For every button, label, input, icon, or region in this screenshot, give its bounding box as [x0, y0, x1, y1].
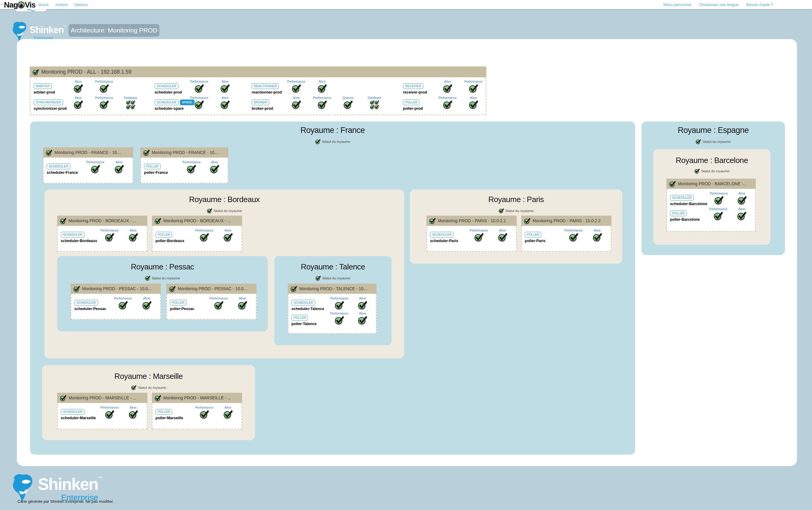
ok-check-icon[interactable] [129, 233, 138, 242]
monitoring-box-header[interactable]: Monitoring PROD - PARIS - 10.0.2.1 [427, 216, 517, 226]
shinken-ninja-icon [11, 469, 35, 503]
database-checks-icon[interactable] [126, 100, 135, 109]
ok-check-icon[interactable] [224, 410, 232, 419]
ok-check-icon[interactable] [358, 301, 367, 310]
daemon-name: poller-France [144, 171, 168, 175]
daemon-name: poller-Pessac [170, 307, 194, 311]
ok-check-icon[interactable] [224, 233, 232, 242]
ok-check-icon[interactable] [714, 211, 723, 220]
main-menu: Ouvrir Actions Options [38, 0, 88, 9]
menu-aide[interactable]: Besoin d'aide ? [747, 2, 773, 7]
ok-check-icon[interactable] [99, 84, 109, 93]
monitoring-box-header[interactable]: Monitoring PROD - BORDEAUX - ... [57, 216, 147, 226]
ok-check-icon[interactable] [469, 100, 478, 109]
ok-check-icon[interactable] [443, 84, 452, 93]
menu-options[interactable]: Options [74, 2, 88, 7]
role-badge: POLLER [670, 210, 687, 216]
monitoring-box-header[interactable]: Monitoring PROD - FRANCE - 10.... [140, 147, 228, 157]
realm-status: Statut du royaume [57, 275, 268, 280]
ok-check-icon[interactable] [221, 84, 229, 93]
ok-check-icon[interactable] [318, 100, 327, 109]
ok-check-icon[interactable] [105, 233, 114, 242]
ok-check-icon[interactable] [131, 385, 136, 390]
role-badge: SYNCHRONIZER [34, 99, 63, 105]
monitoring-box-marseille-2: Monitoring PROD - MARSEILLE - ... POLLER… [152, 393, 242, 429]
ok-check-icon[interactable] [195, 84, 204, 93]
ok-check-icon[interactable] [142, 301, 151, 310]
ok-check-icon[interactable] [469, 84, 478, 93]
monitoring-box-header[interactable]: Monitoring PROD - MARSEILLE - ... [152, 393, 242, 403]
monitoring-box-header[interactable]: Monitoring PROD - PESSAC - 10.0... [71, 283, 161, 294]
ok-check-icon[interactable] [210, 164, 219, 174]
daemon-entry: POLLER poller-Barcelone Performance Aliv… [667, 206, 755, 221]
daemon-entry: ARBITER arbiter-prod Alive Performance [34, 80, 117, 94]
ok-check-icon[interactable] [358, 316, 367, 325]
map-title-badge: Architecture: Monitoring PROD [68, 24, 160, 37]
ok-check-icon[interactable] [200, 233, 209, 242]
menu-ouvrir[interactable]: Ouvrir [38, 2, 49, 7]
ok-check-icon[interactable] [292, 100, 301, 109]
ok-check-icon[interactable] [200, 410, 209, 419]
monitoring-box-header[interactable]: Monitoring PROD - PESSAC - 10.0... [166, 283, 257, 294]
ok-check-icon[interactable] [74, 84, 83, 93]
monitoring-box-header[interactable]: Monitoring PROD - BORDEAUX - ... [152, 216, 242, 226]
realm-status: Statut du royaume [274, 275, 392, 280]
realm-title: Royaume : Marseille [42, 372, 255, 381]
realm-pessac: Royaume : Pessac Statut du royaume Monit… [57, 256, 268, 331]
ok-check-icon[interactable] [737, 196, 747, 205]
ok-check-icon[interactable] [343, 100, 352, 109]
ok-check-icon[interactable] [443, 100, 452, 109]
ok-check-icon[interactable] [187, 164, 196, 174]
ok-check-icon[interactable] [474, 233, 483, 242]
ok-check-icon[interactable] [499, 208, 504, 213]
database-checks-icon[interactable] [370, 100, 379, 109]
role-badge: POLLER [525, 232, 541, 238]
ok-check-icon[interactable] [129, 410, 138, 419]
ok-check-icon[interactable] [105, 410, 114, 419]
daemon-entry: SCHEDULER SPARE scheduler-spare Performa… [154, 96, 238, 111]
monitoring-box-header[interactable]: Monitoring PROD - BARCELONE -... [666, 179, 756, 189]
monitoring-box-pessac-2: Monitoring PROD - PESSAC - 10.0... POLLE… [166, 283, 257, 320]
monitoring-box-all: Monitoring PROD - ALL - 192.168.1.59 ARB… [30, 66, 486, 115]
menu-actions[interactable]: Actions [55, 2, 68, 7]
ok-check-icon[interactable] [145, 275, 150, 280]
ok-check-icon[interactable] [694, 169, 699, 174]
ok-check-icon[interactable] [214, 301, 223, 310]
ok-check-icon[interactable] [195, 100, 204, 109]
role-badge: SCHEDULER [61, 409, 85, 415]
nagvis-logo[interactable]: Nag Vis [4, 0, 35, 10]
ok-check-icon[interactable] [569, 233, 578, 242]
monitoring-box-header[interactable]: Monitoring PROD - FRANCE - 10.... [43, 147, 133, 157]
monitoring-box-header[interactable]: Monitoring PROD - PARIS - 10.0.2.2 [521, 216, 611, 226]
ok-check-icon[interactable] [593, 233, 602, 242]
ok-check-icon[interactable] [74, 100, 83, 109]
menu-personnel[interactable]: Menu personnel [663, 2, 691, 7]
ok-check-icon[interactable] [335, 316, 344, 325]
sidebar-collapse-arrow[interactable]: < [1, 2, 3, 7]
ok-check-icon[interactable] [737, 211, 746, 220]
realm-status: Statut du royaume [653, 169, 771, 174]
ok-check-icon[interactable] [99, 100, 109, 109]
monitoring-box-talence: Monitoring PROD - TALENCE - 10... SCHEDU… [288, 283, 377, 334]
role-badge: POLLER [403, 99, 419, 105]
ok-check-icon[interactable] [118, 301, 127, 310]
realm-title: Royaume : Paris [410, 195, 622, 204]
ok-check-icon[interactable] [115, 164, 124, 174]
monitoring-box-header[interactable]: Monitoring PROD - ALL - 192.168.1.59 [30, 66, 486, 77]
ok-check-icon[interactable] [238, 301, 247, 310]
ok-check-icon[interactable] [91, 164, 100, 174]
ok-check-icon[interactable] [714, 196, 723, 205]
ok-check-icon[interactable] [335, 301, 344, 310]
ok-check-icon[interactable] [292, 84, 301, 93]
ok-check-icon[interactable] [498, 233, 507, 242]
monitoring-box-header[interactable]: Monitoring PROD - MARSEILLE - ... [57, 393, 147, 403]
daemon-name: poller-Marseille [155, 416, 183, 420]
ok-check-icon[interactable] [696, 139, 701, 144]
ok-check-icon[interactable] [207, 208, 212, 213]
ok-check-icon[interactable] [316, 275, 321, 280]
ok-check-icon[interactable] [318, 84, 327, 93]
monitoring-box-header[interactable]: Monitoring PROD - TALENCE - 10... [288, 283, 377, 294]
ok-check-icon[interactable] [315, 139, 320, 144]
ok-check-icon[interactable] [221, 100, 229, 109]
menu-langue[interactable]: Choisissez une langue [699, 2, 738, 7]
